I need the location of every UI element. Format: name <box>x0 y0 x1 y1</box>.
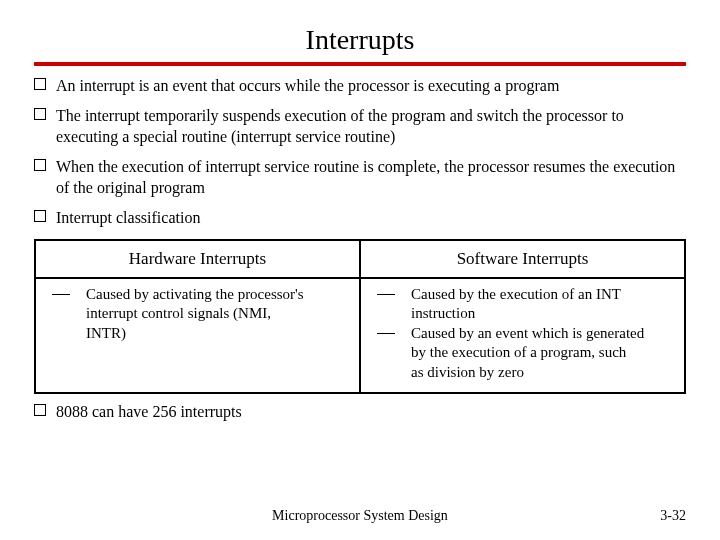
cont-line: by the execution of a program, such <box>371 343 674 363</box>
cont-line: instruction <box>371 304 674 324</box>
square-bullet-icon <box>34 78 46 90</box>
bullet-list-bottom: 8088 can have 256 interrupts <box>34 402 686 422</box>
bullet-item: 8088 can have 256 interrupts <box>34 402 686 422</box>
bullet-text: When the execution of interrupt service … <box>56 158 675 195</box>
bullet-list: An interrupt is an event that occurs whi… <box>34 76 686 229</box>
software-cell: Caused by the execution of an INT instru… <box>360 278 685 394</box>
cont-line: as division by zero <box>371 363 674 383</box>
hardware-cell: Caused by activating the processor's int… <box>35 278 360 394</box>
footer-page-number: 3-32 <box>660 508 686 524</box>
square-bullet-icon <box>34 404 46 416</box>
title-rule <box>34 62 686 66</box>
bullet-text: An interrupt is an event that occurs whi… <box>56 77 559 94</box>
cont-line: interrupt control signals (NMI, <box>46 304 349 324</box>
cont-line: INTR) <box>46 324 349 344</box>
table-row: Caused by activating the processor's int… <box>35 278 685 394</box>
bullet-item: When the execution of interrupt service … <box>34 157 686 198</box>
dash-bullet: Caused by an event which is generated <box>371 324 674 344</box>
footer-center: Microprocessor System Design <box>0 508 720 524</box>
classification-table: Hardware Interrupts Software Interrupts … <box>34 239 686 395</box>
bullet-item: Interrupt classification <box>34 208 686 228</box>
square-bullet-icon <box>34 210 46 222</box>
slide-footer: Microprocessor System Design 3-32 <box>0 508 720 524</box>
bullet-text: The interrupt temporarily suspends execu… <box>56 107 624 144</box>
dash-bullet: Caused by the execution of an INT <box>371 285 674 305</box>
slide: Interrupts An interrupt is an event that… <box>0 0 720 540</box>
table-header-software: Software Interrupts <box>360 240 685 278</box>
square-bullet-icon <box>34 108 46 120</box>
bullet-text: 8088 can have 256 interrupts <box>56 403 242 420</box>
bullet-item: An interrupt is an event that occurs whi… <box>34 76 686 96</box>
table-header-row: Hardware Interrupts Software Interrupts <box>35 240 685 278</box>
slide-title: Interrupts <box>34 24 686 56</box>
bullet-item: The interrupt temporarily suspends execu… <box>34 106 686 147</box>
bullet-text: Interrupt classification <box>56 209 200 226</box>
square-bullet-icon <box>34 159 46 171</box>
dash-bullet: Caused by activating the processor's <box>46 285 349 305</box>
table-header-hardware: Hardware Interrupts <box>35 240 360 278</box>
